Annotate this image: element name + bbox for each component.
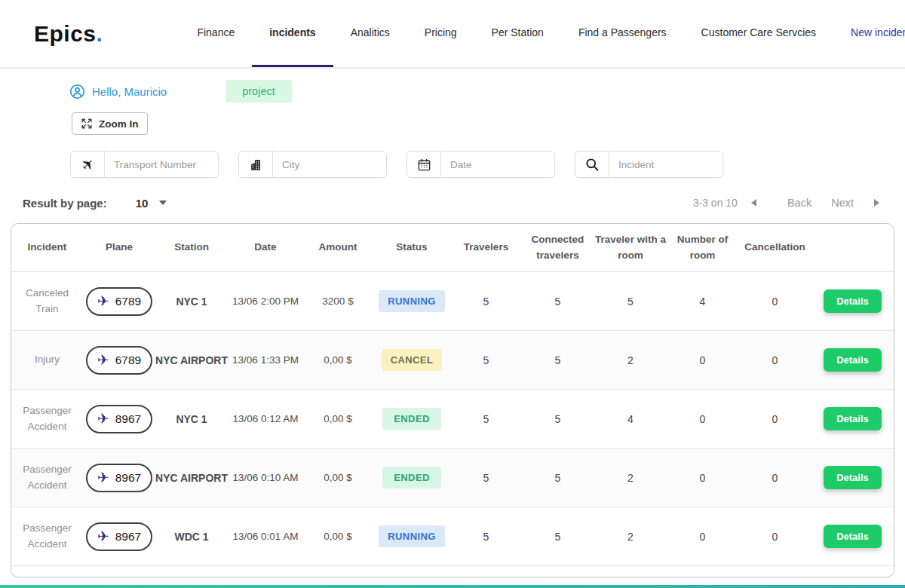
next-button[interactable]: Next (821, 197, 864, 209)
prev-arrow-icon[interactable] (751, 199, 756, 207)
travelers-cell: 5 (451, 296, 521, 308)
project-badge[interactable]: project (225, 80, 292, 103)
station-cell: NYC AIRPORT (155, 354, 228, 366)
traveler-with-room-cell: 4 (594, 413, 667, 425)
amount-cell: 0,00 $ (303, 531, 373, 542)
app-logo[interactable]: Epics. (34, 21, 103, 47)
chevron-down-icon (159, 201, 167, 205)
incident-cell: Injury (11, 352, 83, 367)
column-header: Amount (303, 240, 373, 255)
plane-icon: ✈ (97, 469, 109, 486)
column-header: Plane (83, 240, 155, 255)
zoom-in-button[interactable]: Zoom In (72, 112, 148, 135)
incident-input[interactable] (609, 152, 722, 177)
plane-cell: ✈ 8967 (83, 464, 155, 492)
nav-item-analitics[interactable]: Analitics (333, 0, 407, 67)
number-of-room-cell: 0 (667, 472, 738, 484)
pagination: 3-3 on 10 Back Next (693, 197, 879, 209)
connected-travelers-cell: 5 (521, 531, 594, 543)
nav-item-pricing[interactable]: Pricing (407, 0, 474, 67)
traveler-with-room-cell: 2 (594, 472, 667, 484)
plane-badge: ✈ 6789 (86, 287, 152, 316)
details-cell: Details (811, 289, 894, 313)
details-button[interactable]: Details (824, 407, 882, 430)
table-row: Canceled Train ✈ 6789 NYC 1 13/06 2:00 P… (11, 272, 894, 331)
traveler-with-room-cell: 5 (594, 296, 667, 308)
greeting-text: Hello, Mauricio (92, 85, 167, 98)
status-badge: RUNNING (379, 290, 444, 312)
plane-icon: ✈ (97, 351, 109, 369)
nav-item-per-station[interactable]: Per Station (474, 0, 561, 67)
app-header: Epics. FinanceincidentsAnaliticsPricingP… (0, 0, 905, 69)
column-header: Number of room (667, 232, 738, 263)
status-badge: RUNNING (379, 525, 444, 547)
plane-icon: ✈ (71, 152, 105, 177)
nav-item-customer-care-servcies[interactable]: Customer Care Servcies (684, 0, 834, 67)
details-cell: Details (811, 348, 894, 372)
amount-cell: 0,00 $ (303, 472, 373, 483)
station-cell: NYC 1 (155, 413, 228, 425)
next-arrow-icon[interactable] (874, 199, 879, 207)
date-input[interactable] (441, 152, 554, 177)
traveler-with-room-cell: 2 (594, 354, 667, 366)
table-row: Passenger Accident ✈ 8967 NYC 1 13/06 0:… (11, 390, 894, 449)
status-badge: CANCEL (382, 349, 443, 371)
travelers-cell: 5 (451, 472, 521, 484)
nav-item-find-a-passengers[interactable]: Find a Passengers (561, 0, 684, 67)
page-size-value: 10 (136, 197, 149, 210)
status-cell: ENDED (373, 467, 451, 488)
results-toolbar: Result by page: 10 3-3 on 10 Back Next (0, 192, 905, 213)
incident-cell: Canceled Train (11, 286, 83, 317)
table-header-row: IncidentPlaneStationDateAmountStatusTrav… (11, 224, 894, 272)
column-header: Cancellation (738, 240, 811, 255)
page-size-select[interactable]: 10 (136, 197, 167, 210)
date-cell: 13/06 0:10 AM (228, 472, 303, 483)
nav-item-new-incident[interactable]: New incident (833, 0, 905, 67)
plane-cell: ✈ 6789 (83, 287, 155, 316)
city-input[interactable] (273, 152, 386, 177)
table-row: Injury ✈ 6789 NYC AIRPORT 13/06 1:33 PM … (11, 331, 894, 390)
plane-cell: ✈ 8967 (83, 522, 155, 551)
plane-badge: ✈ 8967 (86, 522, 152, 551)
details-button[interactable]: Details (824, 289, 882, 313)
incident-cell: Passenger Accident (11, 403, 83, 434)
traveler-with-room-cell: 2 (594, 531, 667, 543)
nav-item-finance[interactable]: Finance (179, 0, 252, 67)
plane-cell: ✈ 6789 (83, 346, 155, 375)
details-cell: Details (811, 407, 894, 430)
connected-travelers-cell: 5 (521, 296, 594, 308)
plane-icon: ✈ (97, 410, 109, 427)
user-greeting[interactable]: Hello, Mauricio (69, 84, 167, 100)
cancellation-cell: 0 (738, 413, 811, 425)
column-header: Status (373, 240, 451, 255)
plane-icon: ✈ (97, 292, 109, 310)
connected-travelers-cell: 5 (521, 354, 594, 366)
details-button[interactable]: Details (824, 348, 882, 372)
details-button[interactable]: Details (824, 466, 882, 489)
date-filter (406, 151, 555, 178)
connected-travelers-cell: 5 (521, 413, 594, 425)
station-cell: WDC 1 (155, 531, 228, 543)
cancellation-cell: 0 (738, 296, 811, 308)
cancellation-cell: 0 (738, 531, 811, 543)
plane-number: 8967 (115, 471, 141, 485)
cancellation-cell: 0 (738, 472, 811, 484)
number-of-room-cell: 4 (667, 296, 738, 308)
travelers-cell: 5 (451, 413, 521, 425)
back-button[interactable]: Back (778, 197, 821, 209)
details-button[interactable]: Details (824, 525, 882, 548)
result-by-page-label: Result by page: (23, 197, 107, 210)
plane-badge: ✈ 6789 (86, 346, 152, 375)
bottom-accent-bar (0, 585, 905, 588)
station-cell: NYC AIRPORT (155, 472, 228, 484)
search-icon (575, 152, 609, 177)
status-cell: CANCEL (373, 349, 451, 371)
transport-number-filter: ✈ (70, 151, 219, 178)
column-header: Travelers (451, 240, 521, 255)
plane-badge: ✈ 8967 (86, 464, 152, 492)
transport-number-input[interactable] (105, 152, 218, 177)
nav-item-incidents[interactable]: incidents (252, 0, 333, 67)
incident-cell: Passenger Accident (11, 462, 83, 493)
table-body: Canceled Train ✈ 6789 NYC 1 13/06 2:00 P… (11, 272, 894, 566)
incident-filter (575, 151, 723, 178)
